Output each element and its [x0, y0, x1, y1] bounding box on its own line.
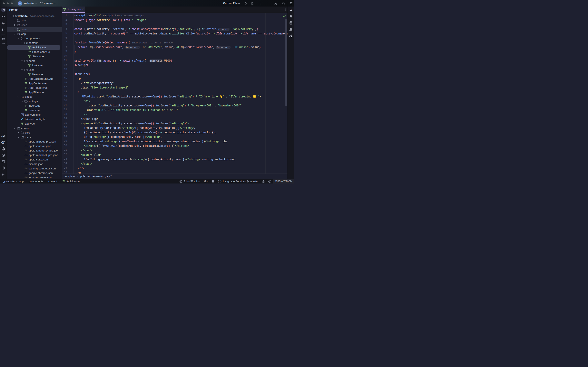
svg-text:R: R [2, 141, 4, 144]
svg-text:?: ? [3, 23, 4, 25]
svg-text:J: J [19, 25, 20, 26]
svg-text:R: R [2, 135, 4, 138]
svg-text:TS: TS [21, 114, 23, 115]
